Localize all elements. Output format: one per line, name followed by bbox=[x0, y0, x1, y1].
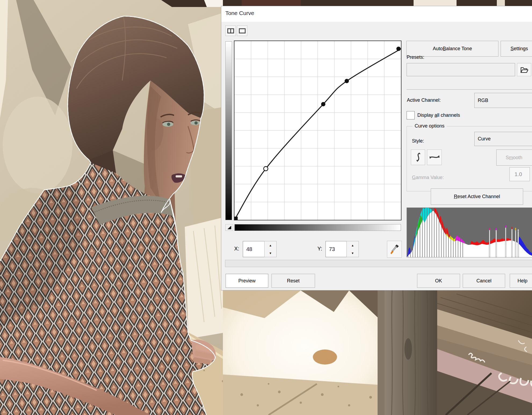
display-all-channels-label: Display all channels bbox=[417, 112, 460, 118]
x-label: X: bbox=[234, 246, 239, 252]
wave-curve-icon bbox=[429, 153, 440, 161]
curve-node[interactable] bbox=[345, 79, 349, 83]
curve-node[interactable] bbox=[321, 102, 325, 106]
curve-node-selected[interactable] bbox=[264, 166, 268, 171]
presets-combo[interactable] bbox=[407, 63, 515, 76]
tone-curve-dialog: Tone Curve X: 48 ▲ ▼ Y: 73 ▲ ▼ bbox=[221, 6, 532, 290]
x-spinner[interactable]: ▲ ▼ bbox=[264, 241, 277, 257]
active-channel-label: Active Channel: bbox=[407, 97, 441, 103]
presets-label: Presets: bbox=[407, 54, 424, 60]
curve-grid bbox=[234, 41, 401, 220]
reset-active-channel-button[interactable]: Reset Active Channel bbox=[431, 188, 523, 205]
open-folder-icon bbox=[520, 66, 528, 73]
help-button[interactable]: Help bbox=[510, 274, 532, 288]
preset-folder-button[interactable] bbox=[517, 63, 531, 76]
curve-editor[interactable] bbox=[234, 41, 401, 220]
y-spin-down-icon[interactable]: ▼ bbox=[347, 249, 359, 257]
reset-button[interactable]: Reset bbox=[272, 274, 315, 288]
display-all-channels-checkbox[interactable] bbox=[407, 111, 415, 119]
style-combo[interactable]: Curve bbox=[474, 132, 532, 146]
vertical-gradient-ramp bbox=[225, 41, 232, 220]
style-label: Style: bbox=[412, 138, 424, 144]
teeth bbox=[176, 175, 182, 177]
dialog-title: Tone Curve bbox=[225, 10, 254, 16]
curve-node[interactable] bbox=[396, 47, 401, 51]
preview-button[interactable]: Preview bbox=[226, 274, 268, 288]
eyedropper-button[interactable] bbox=[387, 241, 402, 258]
x-spin-up-icon[interactable]: ▲ bbox=[265, 241, 276, 249]
progress-bar bbox=[225, 260, 532, 267]
rock-slab bbox=[3, 97, 73, 193]
y-spinner[interactable]: ▲ ▼ bbox=[346, 241, 359, 257]
corner-triangle-button[interactable] bbox=[225, 224, 233, 231]
cancel-button[interactable]: Cancel bbox=[463, 274, 505, 288]
post-knot bbox=[404, 338, 412, 360]
y-label: Y: bbox=[317, 246, 322, 252]
s-curve-style-button[interactable] bbox=[411, 150, 425, 165]
dialog-titlebar: Tone Curve bbox=[221, 6, 532, 22]
curve-options-title: Curve options bbox=[412, 123, 447, 129]
iris-right bbox=[194, 121, 198, 125]
gamma-value-input[interactable]: 1.0 bbox=[509, 167, 530, 181]
roof-gap-light bbox=[204, 0, 223, 7]
x-spin-down-icon[interactable]: ▼ bbox=[265, 249, 276, 257]
single-pane-icon bbox=[239, 28, 246, 34]
orange-debris bbox=[313, 350, 337, 365]
histogram-chart bbox=[407, 208, 532, 257]
post-shadow bbox=[378, 290, 386, 415]
eyedropper-icon bbox=[389, 243, 400, 255]
wave-curve-style-button[interactable] bbox=[427, 150, 442, 165]
single-pane-button[interactable] bbox=[237, 26, 247, 36]
gamma-value-label: Gamma Value: bbox=[412, 175, 444, 180]
curve-node-start[interactable] bbox=[234, 217, 238, 220]
ok-button[interactable]: OK bbox=[417, 274, 460, 288]
x-input[interactable]: 48 bbox=[243, 241, 265, 257]
triangle-icon bbox=[227, 225, 232, 230]
dual-pane-button[interactable] bbox=[225, 26, 236, 36]
smooth-button[interactable]: Smooth bbox=[496, 150, 532, 166]
active-channel-combo[interactable]: RGB bbox=[474, 93, 532, 108]
y-spin-up-icon[interactable]: ▲ bbox=[347, 241, 359, 249]
iris-left bbox=[167, 123, 170, 126]
horizontal-gradient-ramp bbox=[234, 224, 401, 231]
dual-pane-icon bbox=[227, 28, 234, 34]
y-input[interactable]: 73 bbox=[325, 241, 347, 257]
separator-line bbox=[407, 89, 532, 90]
settings-button[interactable]: Settings bbox=[501, 41, 532, 57]
s-curve-icon bbox=[414, 152, 422, 163]
histogram-panel bbox=[407, 208, 532, 257]
